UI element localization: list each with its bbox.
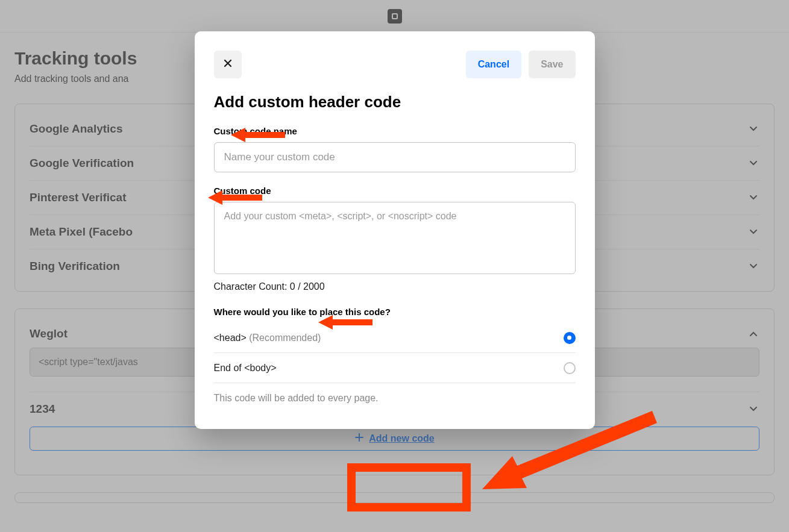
placement-head-option[interactable]: <head> (Recommended) bbox=[214, 323, 576, 353]
cancel-button[interactable]: Cancel bbox=[466, 51, 521, 78]
close-icon bbox=[223, 58, 233, 70]
placement-head-text: <head> bbox=[214, 333, 250, 343]
radio-checked-icon bbox=[564, 332, 576, 344]
modal-overlay: Cancel Save Add custom header code Custo… bbox=[0, 0, 789, 532]
custom-code-name-input[interactable] bbox=[214, 142, 576, 172]
custom-code-name-label: Custom code name bbox=[214, 126, 576, 136]
save-button[interactable]: Save bbox=[529, 51, 575, 78]
placement-body-text: End of <body> bbox=[214, 363, 277, 374]
add-custom-code-modal: Cancel Save Add custom header code Custo… bbox=[195, 31, 595, 429]
close-button[interactable] bbox=[214, 51, 242, 78]
placement-body-option[interactable]: End of <body> bbox=[214, 353, 576, 383]
placement-head-hint: (Recommended) bbox=[249, 333, 321, 343]
character-count: Character Count: 0 / 2000 bbox=[214, 281, 576, 292]
radio-unchecked-icon bbox=[564, 362, 576, 374]
placement-label: Where would you like to place this code? bbox=[214, 307, 576, 317]
placement-helper-text: This code will be added to every page. bbox=[214, 393, 576, 404]
custom-code-label: Custom code bbox=[214, 186, 576, 196]
custom-code-textarea[interactable] bbox=[214, 202, 576, 274]
modal-title: Add custom header code bbox=[214, 93, 576, 111]
